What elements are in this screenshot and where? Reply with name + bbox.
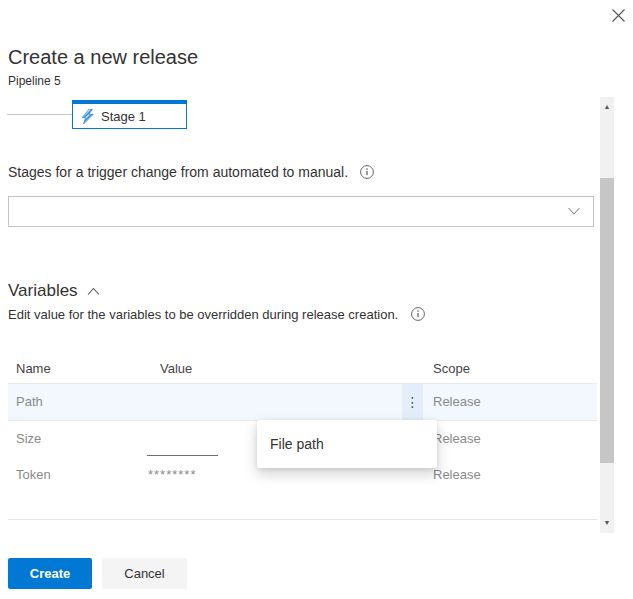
scroll-down-icon[interactable]: ▼ bbox=[600, 515, 614, 529]
table-row-path[interactable]: Path ⋮ Release bbox=[8, 384, 597, 421]
variable-scope: Release bbox=[433, 421, 481, 457]
variable-name: Token bbox=[16, 457, 51, 493]
variable-scope: Release bbox=[433, 384, 481, 420]
chevron-down-icon bbox=[567, 205, 581, 217]
automated-trigger-icon bbox=[81, 109, 94, 124]
cancel-button[interactable]: Cancel bbox=[102, 558, 187, 589]
create-release-dialog: Create a new release Pipeline 5 Stage 1 … bbox=[0, 0, 633, 599]
vertical-scrollbar[interactable]: ▲ ▼ bbox=[600, 97, 614, 533]
stages-trigger-dropdown[interactable] bbox=[8, 196, 594, 227]
variable-scope: Release bbox=[433, 457, 481, 493]
variables-section-description: Edit value for the variables to be overr… bbox=[8, 307, 398, 322]
variables-table-header: Name Value Scope bbox=[8, 355, 597, 384]
scrollbar-thumb[interactable] bbox=[600, 178, 614, 463]
pipeline-name: Pipeline 5 bbox=[8, 74, 61, 88]
dialog-title: Create a new release bbox=[8, 46, 198, 69]
info-icon[interactable] bbox=[410, 306, 426, 322]
close-button[interactable] bbox=[608, 5, 628, 25]
scroll-area-divider bbox=[8, 519, 597, 520]
stage-label: Stage 1 bbox=[101, 109, 146, 124]
menu-item-file-path[interactable]: File path bbox=[257, 420, 437, 468]
stage-card[interactable]: Stage 1 bbox=[72, 100, 187, 129]
create-button[interactable]: Create bbox=[8, 558, 92, 589]
column-header-scope: Scope bbox=[433, 361, 470, 376]
more-options-icon: ⋮ bbox=[406, 394, 420, 410]
column-header-name: Name bbox=[16, 361, 51, 376]
variable-value[interactable]: ******** bbox=[148, 457, 196, 493]
value-suggestion-popup: File path bbox=[257, 420, 437, 468]
trigger-section-label: Stages for a trigger change from automat… bbox=[8, 164, 348, 180]
close-icon bbox=[611, 8, 626, 23]
chevron-up-icon bbox=[87, 287, 100, 296]
more-options-button[interactable]: ⋮ bbox=[402, 384, 423, 420]
variable-name: Path bbox=[16, 384, 43, 420]
value-input-underline[interactable] bbox=[147, 455, 218, 456]
variables-section-title: Variables bbox=[8, 281, 78, 301]
scroll-up-icon[interactable]: ▲ bbox=[600, 99, 614, 113]
info-icon[interactable] bbox=[359, 164, 375, 180]
column-header-value: Value bbox=[160, 361, 192, 376]
variables-section-toggle[interactable]: Variables bbox=[8, 281, 100, 301]
stage-connector-line bbox=[7, 114, 72, 115]
variable-name: Size bbox=[16, 421, 41, 457]
